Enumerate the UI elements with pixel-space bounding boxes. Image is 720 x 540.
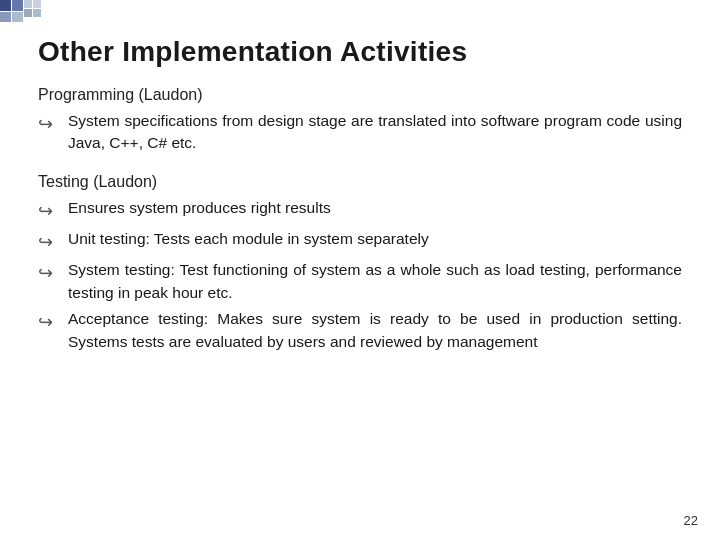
svg-rect-6 bbox=[24, 9, 32, 17]
bullet-item: ↪ Ensures system produces right results bbox=[38, 197, 682, 224]
bullet-arrow-icon-2: ↪ bbox=[38, 229, 64, 255]
testing-heading: Testing (Laudon) bbox=[38, 173, 682, 191]
bullet-arrow-icon: ↪ bbox=[38, 111, 64, 137]
bullet-item: ↪ System specifications from design stag… bbox=[38, 110, 682, 155]
svg-rect-7 bbox=[33, 9, 41, 17]
programming-section: Programming (Laudon) ↪ System specificat… bbox=[38, 86, 682, 155]
bullet-arrow-icon-1: ↪ bbox=[38, 198, 64, 224]
bullet-text-2: Unit testing: Tests each module in syste… bbox=[68, 228, 682, 250]
svg-rect-4 bbox=[24, 0, 32, 8]
slide-title: Other Implementation Activities bbox=[38, 36, 682, 68]
bullet-arrow-icon-3: ↪ bbox=[38, 260, 64, 286]
bullet-text-1: Ensures system produces right results bbox=[68, 197, 682, 219]
bullet-item: ↪ Unit testing: Tests each module in sys… bbox=[38, 228, 682, 255]
svg-rect-1 bbox=[12, 0, 23, 11]
svg-rect-5 bbox=[33, 0, 41, 8]
bullet-text-3: System testing: Test functioning of syst… bbox=[68, 259, 682, 304]
slide-content: Other Implementation Activities Programm… bbox=[0, 18, 720, 540]
testing-section: Testing (Laudon) ↪ Ensures system produc… bbox=[38, 173, 682, 353]
bullet-arrow-icon-4: ↪ bbox=[38, 309, 64, 335]
testing-bullets: ↪ Ensures system produces right results … bbox=[38, 197, 682, 353]
bullet-item: ↪ Acceptance testing: Makes sure system … bbox=[38, 308, 682, 353]
bullet-text-4: Acceptance testing: Makes sure system is… bbox=[68, 308, 682, 353]
page-number: 22 bbox=[684, 513, 698, 528]
bullet-item: ↪ System testing: Test functioning of sy… bbox=[38, 259, 682, 304]
programming-bullets: ↪ System specifications from design stag… bbox=[38, 110, 682, 155]
programming-heading: Programming (Laudon) bbox=[38, 86, 682, 104]
bullet-text: System specifications from design stage … bbox=[68, 110, 682, 155]
svg-rect-0 bbox=[0, 0, 11, 11]
